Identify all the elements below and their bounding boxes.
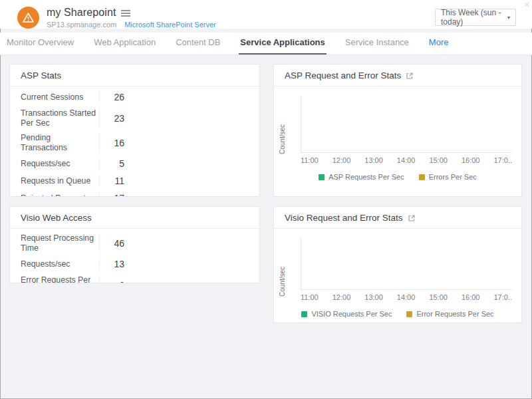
tab-bar: Monitor Overview Web Application Content…: [0, 33, 532, 55]
tab-service-applications[interactable]: Service Applications: [239, 33, 326, 55]
chart-legend: VISIO Requests Per SecError Requests Per…: [283, 310, 512, 318]
x-axis-tick: 11:00: [301, 293, 319, 301]
stat-row: Requests in Queue 11: [10, 172, 259, 190]
visio-web-access-panel: Visio Web Access Request Processing Time…: [9, 206, 260, 283]
asp-stats-panel: ASP Stats Current Sessions 26 Transactio…: [9, 64, 260, 197]
host-name: SP13.spmanage.com: [47, 21, 116, 29]
x-axis-tick: 14:00: [397, 293, 416, 301]
legend-item[interactable]: Error Requests Per Sec: [406, 310, 493, 318]
legend-item[interactable]: VISIO Requests Per Sec: [301, 310, 392, 318]
y-axis-label: Count/sec: [279, 97, 286, 154]
asp-chart-panel: ASP Request and Error Stats Count/sec: [273, 64, 522, 197]
x-axis-tick: 17:0..: [493, 156, 512, 164]
x-axis-tick: 17:0..: [493, 293, 512, 301]
chart-canvas[interactable]: [301, 96, 512, 153]
stat-row: Request Processing Time 46: [10, 231, 259, 255]
page-title: my Sharepoint: [47, 7, 116, 19]
visio-chart-panel: Visio Request and Error Stats Count/sec: [273, 206, 522, 323]
legend-label: Error Requests Per Sec: [416, 310, 493, 318]
stat-label: Error Requests Per Sec: [21, 275, 99, 283]
left-column: ASP Stats Current Sessions 26 Transactio…: [9, 64, 260, 323]
dashboard-content: ASP Stats Current Sessions 26 Transactio…: [0, 55, 532, 323]
stat-label: Transactions Started Per Sec: [21, 108, 99, 128]
stat-value: 23: [99, 108, 124, 128]
stat-value: 46: [99, 233, 124, 253]
monitor-type-link[interactable]: Microsoft SharePoint Server: [124, 21, 216, 29]
stat-value: 16: [99, 133, 124, 152]
stat-label: Requests in Queue: [21, 176, 99, 186]
panel-title: Visio Request and Error Stats: [285, 213, 403, 223]
chart-legend: ASP Requests Per SecErrors Per Sec: [283, 173, 512, 181]
legend-swatch-icon: [406, 311, 412, 317]
chart-body: Count/sec 11:0012:0013:0014:0015:0016:00…: [274, 86, 521, 181]
stat-label: Requests/sec: [21, 159, 99, 169]
header: ✕ my Sharepoint: [0, 0, 532, 29]
panel-title: Visio Web Access: [10, 207, 259, 229]
stat-label: Request Processing Time: [21, 233, 99, 253]
tab-service-instance[interactable]: Service Instance: [344, 33, 410, 55]
time-range-select[interactable]: This Week (sun - today) ▾: [435, 9, 516, 26]
y-axis-label: Count/sec: [279, 239, 286, 297]
tab-content-db[interactable]: Content DB: [174, 33, 221, 55]
legend-label: Errors Per Sec: [429, 173, 477, 181]
external-link-icon[interactable]: [406, 72, 414, 80]
stat-row: Requests/sec 13: [10, 255, 259, 273]
stat-value: 17: [99, 192, 124, 197]
menu-icon[interactable]: [121, 8, 130, 17]
x-axis-tick: 12:00: [332, 156, 351, 164]
x-axis-tick: 11:00: [301, 156, 319, 164]
stat-row: Requests/sec 5: [10, 155, 259, 172]
stat-value: 5: [99, 158, 124, 170]
stat-label: Current Sessions: [21, 92, 99, 102]
tab-web-application[interactable]: Web Application: [92, 33, 157, 55]
x-axis-tick: 15:00: [429, 156, 448, 164]
close-icon[interactable]: ✕: [524, 1, 530, 9]
stat-value: 26: [99, 91, 124, 103]
stat-rows: Current Sessions 26 Transactions Started…: [10, 86, 259, 197]
external-link-icon[interactable]: [408, 214, 416, 222]
stat-value: 11: [99, 175, 124, 187]
x-axis-tick: 13:00: [364, 156, 383, 164]
chevron-down-icon: ▾: [507, 15, 510, 21]
x-axis-tick: 16:00: [462, 293, 480, 301]
stat-row: Error Requests Per Sec 6: [10, 273, 259, 283]
stat-label: Requests/sec: [21, 259, 99, 269]
legend-swatch-icon: [319, 174, 325, 180]
stat-row: Transactions Started Per Sec 23: [10, 106, 259, 130]
legend-swatch-icon: [419, 174, 425, 180]
x-axis-tick: 12:00: [332, 293, 351, 301]
stat-row: Pending Transactions 16: [10, 130, 259, 155]
legend-item[interactable]: Errors Per Sec: [419, 173, 477, 181]
legend-label: ASP Requests Per Sec: [329, 173, 404, 181]
tab-monitor-overview[interactable]: Monitor Overview: [5, 33, 75, 55]
chart-body: Count/sec 11:0012:0013:0014:0015:0016:00…: [274, 229, 521, 318]
panel-title: ASP Request and Error Stats: [285, 70, 401, 80]
app-window: ✕ my Sharepoint: [0, 0, 532, 399]
panel-title: ASP Stats: [10, 65, 259, 86]
right-column: ASP Request and Error Stats Count/sec: [273, 64, 522, 323]
legend-swatch-icon: [301, 311, 307, 317]
x-axis-tick: 14:00: [397, 156, 416, 164]
chart-canvas[interactable]: [301, 238, 512, 290]
stat-row: Rejected Requests 17: [10, 190, 259, 197]
x-axis: 11:0012:0013:0014:0015:0016:0017:0..: [301, 290, 512, 301]
stat-value: 6: [99, 275, 124, 283]
x-axis-tick: 13:00: [364, 293, 383, 301]
x-axis-tick: 16:00: [462, 156, 480, 164]
stat-value: 13: [99, 258, 124, 270]
x-axis-tick: 15:00: [429, 293, 448, 301]
stat-label: Rejected Requests: [21, 194, 99, 197]
x-axis: 11:0012:0013:0014:0015:0016:0017:0..: [301, 153, 512, 164]
warning-icon: [17, 7, 39, 29]
legend-item[interactable]: ASP Requests Per Sec: [319, 173, 404, 181]
stat-label: Pending Transactions: [21, 133, 99, 152]
stat-rows: Request Processing Time 46 Requests/sec …: [10, 229, 259, 283]
time-range-value: This Week (sun - today): [441, 8, 507, 27]
stat-row: Current Sessions 26: [10, 88, 259, 106]
tab-more[interactable]: More: [428, 33, 450, 55]
legend-label: VISIO Requests Per Sec: [311, 310, 392, 318]
